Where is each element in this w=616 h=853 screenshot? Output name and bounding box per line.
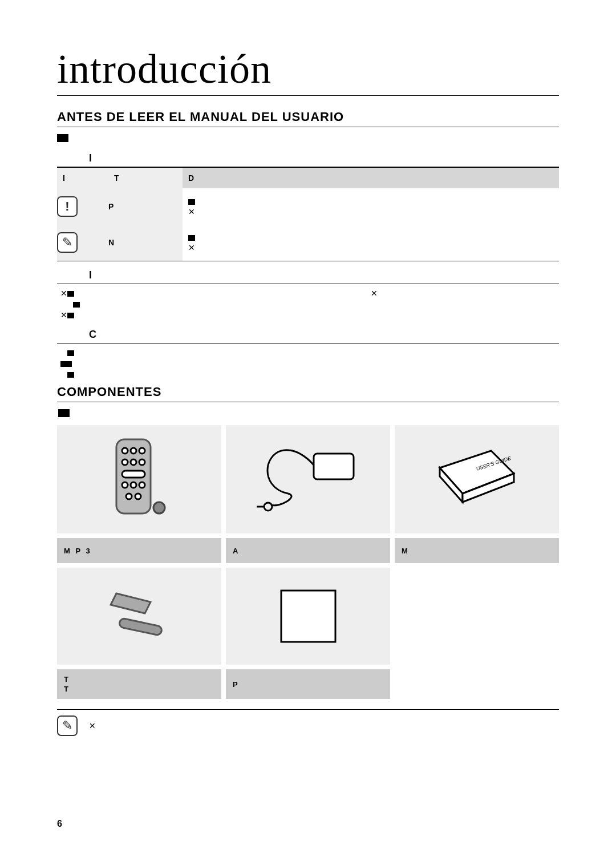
title-text: introducción bbox=[57, 46, 271, 92]
component-label: P bbox=[226, 669, 390, 699]
empty-cell bbox=[395, 669, 559, 699]
note-icon bbox=[57, 715, 78, 736]
label-line: T bbox=[64, 685, 70, 693]
page-title: introducción bbox=[57, 46, 559, 96]
svg-point-2 bbox=[131, 448, 136, 454]
svg-point-6 bbox=[139, 459, 145, 465]
svg-point-13 bbox=[153, 502, 165, 514]
svg-point-10 bbox=[139, 482, 145, 488]
svg-rect-23 bbox=[281, 591, 335, 642]
icons-table: I T D P ✕ N ✕ bbox=[57, 167, 559, 261]
svg-marker-21 bbox=[111, 593, 151, 613]
sub-heading-i: I bbox=[57, 266, 559, 284]
svg-point-1 bbox=[122, 448, 128, 454]
svg-rect-7 bbox=[122, 471, 145, 478]
empty-cell bbox=[395, 568, 559, 665]
component-cloth bbox=[226, 568, 390, 665]
svg-point-4 bbox=[122, 459, 128, 465]
svg-point-8 bbox=[122, 482, 128, 488]
section-components-heading: COMPONENTES bbox=[57, 385, 559, 402]
section-before-heading: ANTES DE LEER EL MANUAL DEL USUARIO bbox=[57, 110, 559, 127]
intro-marker bbox=[57, 134, 559, 144]
component-label: A bbox=[226, 538, 390, 563]
component-label: M bbox=[395, 538, 559, 563]
component-label: T T bbox=[57, 669, 221, 699]
component-screws bbox=[57, 568, 221, 665]
th-term: T bbox=[108, 168, 183, 188]
svg-point-11 bbox=[126, 494, 132, 499]
footnote-text: ✕ bbox=[89, 721, 96, 730]
component-remote bbox=[57, 425, 221, 533]
bullet-block-2 bbox=[60, 348, 559, 379]
def-cell: ✕ bbox=[183, 188, 559, 225]
svg-point-3 bbox=[139, 448, 145, 454]
def-cell: ✕ bbox=[183, 225, 559, 261]
term-cell: N bbox=[108, 225, 183, 261]
component-label: M P 3 bbox=[57, 538, 221, 563]
sub-heading-c: C bbox=[57, 325, 559, 343]
page-number: 6 bbox=[57, 819, 62, 829]
table-row: P ✕ bbox=[57, 188, 559, 225]
svg-point-9 bbox=[131, 482, 136, 488]
svg-point-15 bbox=[264, 503, 272, 511]
bullet-block-1: ✕✕ ✕ bbox=[60, 289, 559, 320]
th-def: D bbox=[183, 168, 559, 188]
caution-icon bbox=[57, 196, 78, 217]
label-line: T bbox=[64, 675, 70, 684]
svg-rect-14 bbox=[314, 454, 354, 479]
sub-heading-icons: I bbox=[57, 149, 559, 167]
footnote: ✕ bbox=[57, 709, 559, 736]
components-grid: USER'S GUIDE M P 3 A M T T P bbox=[57, 425, 559, 699]
note-icon bbox=[57, 232, 78, 253]
th-icon: I bbox=[57, 168, 108, 188]
svg-point-5 bbox=[131, 459, 136, 465]
component-adapter bbox=[226, 425, 390, 533]
components-marker bbox=[58, 409, 559, 419]
component-manual: USER'S GUIDE bbox=[395, 425, 559, 533]
table-row: N ✕ bbox=[57, 225, 559, 261]
term-cell: P bbox=[108, 188, 183, 225]
svg-rect-22 bbox=[119, 618, 163, 636]
svg-point-12 bbox=[135, 494, 141, 499]
